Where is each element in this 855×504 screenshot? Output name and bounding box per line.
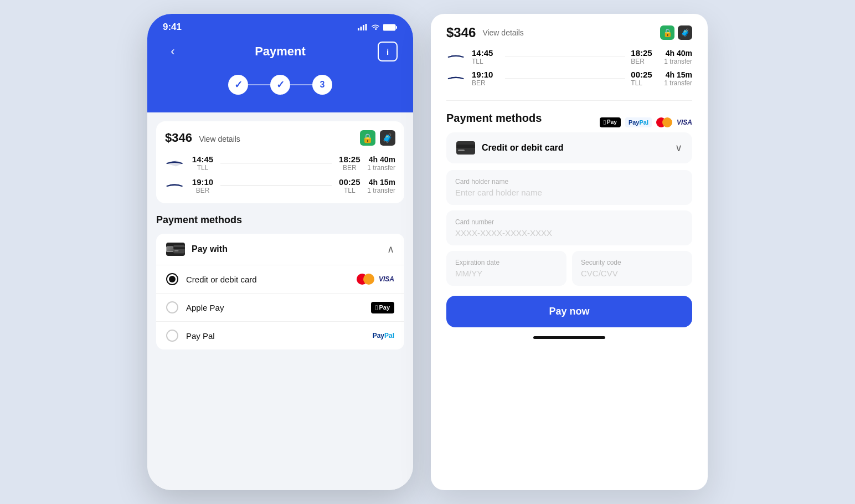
paypal-badge: PayPal <box>373 332 394 340</box>
status-bar: 9:41 <box>163 22 398 33</box>
pay-now-button[interactable]: Pay now <box>446 296 692 327</box>
card-number-field[interactable]: Card number XXXX-XXXX-XXXX-XXXX <box>446 210 692 245</box>
arrive-time-2: 00:25 TLL <box>337 177 362 194</box>
right-card-label: Credit or debit card <box>482 143 564 153</box>
card-icon <box>166 243 185 256</box>
right-plane-icon-1 <box>446 53 466 61</box>
card-holder-field[interactable]: Card holder name Enter card holder name <box>446 170 692 205</box>
svg-rect-2 <box>363 25 364 30</box>
view-details-link[interactable]: View details <box>199 135 240 143</box>
payment-logos:  Pay PayPal VISA <box>600 117 692 127</box>
mc-logo <box>656 117 672 127</box>
svg-rect-1 <box>360 27 362 30</box>
right-meta-1: 4h 40m 1 transfer <box>664 49 692 65</box>
signal-icon <box>358 24 368 30</box>
payment-methods-title: Payment methods <box>156 214 404 226</box>
expiry-value: MM/YY <box>455 269 558 278</box>
flight-card: $346 View details 🔒 🧳 <box>156 121 404 203</box>
right-arrive-2: 00:25 TLL <box>631 70 658 87</box>
apple-pay-label: Apple Pay <box>186 303 224 312</box>
cvv-label: Security code <box>581 259 683 266</box>
card-holder-value: Enter card holder name <box>455 188 683 197</box>
mastercard-logo <box>357 274 374 285</box>
nav-title: Payment <box>255 44 306 59</box>
paypal-option[interactable]: Pay Pal PayPal <box>156 321 404 349</box>
stepper: ✓ ✓ 3 <box>163 75 398 95</box>
expiry-cvv-row: Expiration date MM/YY Security code CVC/… <box>446 251 692 286</box>
nav-bar: ‹ Payment i <box>163 42 398 61</box>
right-card-icon <box>456 141 475 155</box>
flight-row-2: 19:10 BER 00:25 TLL 4h 15m 1 transfer <box>165 177 395 194</box>
right-flight-row-2: 19:10 BER 00:25 TLL 4h 15m 1 transfer <box>446 70 692 87</box>
chevron-down-icon: ∨ <box>675 142 682 154</box>
card-holder-label: Card holder name <box>455 178 683 186</box>
chevron-up-icon: ∧ <box>387 243 394 255</box>
apple-pay-option[interactable]: Apple Pay  Pay <box>156 293 404 321</box>
luggage-icon: 🧳 <box>380 130 395 146</box>
step-line-2 <box>290 84 312 85</box>
svg-rect-7 <box>173 247 185 249</box>
flight-card-header: $346 View details 🔒 🧳 <box>165 130 395 146</box>
wifi-icon <box>371 24 380 30</box>
right-view-details[interactable]: View details <box>482 28 523 37</box>
right-payment-section: Payment methods  Pay PayPal <box>446 112 692 339</box>
cvv-value: CVC/CVV <box>581 269 683 278</box>
route-line-1 <box>220 163 332 163</box>
svg-rect-5 <box>396 26 397 29</box>
info-button[interactable]: i <box>378 42 398 61</box>
credit-card-option[interactable]: Credit or debit card VISA <box>156 265 404 293</box>
radio-credit <box>166 273 178 285</box>
radio-apple-pay <box>166 301 178 313</box>
phone-header: 9:41 <box>147 14 413 112</box>
right-title-row: Payment methods  Pay PayPal <box>446 112 692 132</box>
right-flight-row-1: 14:45 TLL 18:25 BER 4h 40m 1 transfer <box>446 48 692 65</box>
right-credit-card-option[interactable]: Credit or debit card ∨ <box>446 132 692 163</box>
route-line-2 <box>220 186 332 186</box>
phone-body: $346 View details 🔒 🧳 <box>147 112 413 490</box>
plane-icon-1 <box>165 158 185 168</box>
right-price: $346 <box>446 25 476 40</box>
expiry-label: Expiration date <box>455 259 558 266</box>
right-panel: $346 View details 🔒 🧳 14:45 TLL <box>431 14 708 490</box>
phone-scroll[interactable]: $346 View details 🔒 🧳 <box>147 112 413 490</box>
flight-row-1: 14:45 TLL 18:25 BER 4h 40m 1 transfer <box>165 155 395 172</box>
visa-logo: VISA <box>379 275 394 283</box>
depart-time-2: 19:10 BER <box>190 177 215 194</box>
svg-rect-0 <box>358 28 359 30</box>
status-icons <box>358 24 398 31</box>
arrive-time-1: 18:25 BER <box>337 155 362 172</box>
step-2: ✓ <box>270 75 290 95</box>
right-price-row: $346 View details 🔒 🧳 <box>446 25 692 40</box>
svg-rect-4 <box>383 24 395 30</box>
card-number-label: Card number <box>455 218 683 226</box>
card-number-value: XXXX-XXXX-XXXX-XXXX <box>455 228 683 238</box>
pay-with-label: Pay with <box>192 244 228 254</box>
right-luggage-icon: 🧳 <box>678 25 692 40</box>
cvv-field[interactable]: Security code CVC/CVV <box>572 251 692 286</box>
svg-rect-8 <box>174 250 179 251</box>
visa-text: VISA <box>677 119 692 126</box>
right-depart-2: 19:10 BER <box>472 70 499 87</box>
right-meta-2: 4h 15m 1 transfer <box>664 70 692 87</box>
expiry-field[interactable]: Expiration date MM/YY <box>446 251 566 286</box>
right-card-badges: 🔒 🧳 <box>660 25 692 40</box>
paypal-label: Pay Pal <box>186 331 215 341</box>
payment-method-card: Pay with ∧ Credit or debit card <box>156 234 404 349</box>
price-label: $346 <box>165 131 192 145</box>
svg-rect-10 <box>456 145 475 148</box>
right-depart-1: 14:45 TLL <box>472 48 499 65</box>
pay-with-header[interactable]: Pay with ∧ <box>156 234 404 265</box>
mobile-phone: 9:41 <box>147 14 413 490</box>
apple-pay-logo:  Pay <box>600 117 621 127</box>
right-flight-section: $346 View details 🔒 🧳 14:45 TLL <box>446 14 692 101</box>
right-scroll[interactable]: $346 View details 🔒 🧳 14:45 TLL <box>431 14 708 490</box>
home-indicator <box>533 336 605 339</box>
flight-meta-2: 4h 15m 1 transfer <box>367 178 395 194</box>
apple-pay-badge:  Pay <box>371 302 394 313</box>
step-1: ✓ <box>228 75 248 95</box>
paypal-logo: PayPal <box>625 117 652 127</box>
back-button[interactable]: ‹ <box>163 42 183 61</box>
battery-icon <box>383 24 398 31</box>
right-payment-title: Payment methods <box>446 112 542 125</box>
right-arrive-1: 18:25 BER <box>631 48 658 65</box>
